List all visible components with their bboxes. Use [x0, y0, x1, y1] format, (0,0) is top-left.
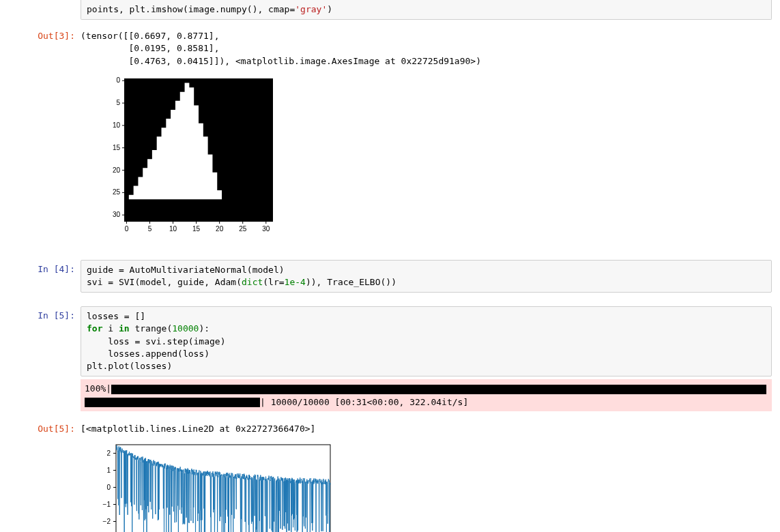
loss-plot-svg: −3−2−1012 — [90, 442, 336, 532]
svg-text:15: 15 — [113, 143, 121, 151]
svg-text:−1: −1 — [103, 501, 111, 508]
prompt-out3: Out[3]: — [0, 27, 81, 42]
svg-text:0: 0 — [106, 484, 111, 491]
svg-text:15: 15 — [192, 225, 201, 233]
svg-text:−2: −2 — [103, 518, 111, 525]
svg-text:20: 20 — [113, 166, 121, 173]
svg-text:2: 2 — [106, 449, 111, 457]
out3-text: (tensor([[0.6697, 0.8771], [0.0195, 0.85… — [81, 27, 772, 68]
code-in5[interactable]: losses = [] for i in trange(10000): loss… — [81, 306, 772, 376]
svg-text:30: 30 — [262, 225, 270, 233]
cell-in5: In [5]: losses = [] for i in trange(1000… — [0, 306, 780, 414]
cell-input-partial: points, plt.imshow(image.numpy(), cmap='… — [0, 0, 780, 23]
svg-text:0: 0 — [125, 225, 129, 233]
triangle-plot-svg: 051015202530 051015202530 — [101, 74, 278, 246]
progress-tail: 10000/10000 [00:31<00:00, 322.04it/s] — [265, 397, 468, 407]
progress-output: 100%|| 10000/10000 [00:31<00:00, 322.04i… — [81, 379, 772, 411]
cell-out5: Out[5]: [<matplotlib.lines.Line2D at 0x2… — [0, 419, 780, 532]
svg-text:0: 0 — [116, 76, 120, 84]
prompt-in4: In [4]: — [0, 260, 81, 276]
svg-text:25: 25 — [113, 188, 121, 196]
svg-text:10: 10 — [169, 225, 177, 233]
svg-text:1: 1 — [106, 467, 111, 474]
out5-text: [<matplotlib.lines.Line2D at 0x227273664… — [81, 419, 772, 435]
svg-text:30: 30 — [113, 211, 121, 218]
progress-pct: 100% — [85, 383, 106, 394]
out3-image-plot: 051015202530 051015202530 — [81, 68, 772, 246]
code-fragment-top[interactable]: points, plt.imshow(image.numpy(), cmap='… — [81, 0, 772, 20]
svg-text:5: 5 — [116, 99, 120, 106]
notebook: points, plt.imshow(image.numpy(), cmap='… — [0, 0, 780, 532]
prompt-in5: In [5]: — [0, 306, 81, 322]
svg-text:5: 5 — [148, 225, 152, 233]
svg-text:10: 10 — [113, 121, 121, 129]
svg-text:20: 20 — [216, 225, 224, 233]
out5-loss-plot: −3−2−1012 — [81, 435, 772, 532]
code-in4[interactable]: guide = AutoMultivariateNormal(model) sv… — [81, 260, 772, 293]
prompt-empty — [0, 0, 81, 3]
cell-in4: In [4]: guide = AutoMultivariateNormal(m… — [0, 260, 780, 295]
cell-out3: Out[3]: (tensor([[0.6697, 0.8771], [0.01… — [0, 27, 780, 249]
prompt-out5: Out[5]: — [0, 419, 81, 435]
svg-text:25: 25 — [239, 225, 247, 233]
